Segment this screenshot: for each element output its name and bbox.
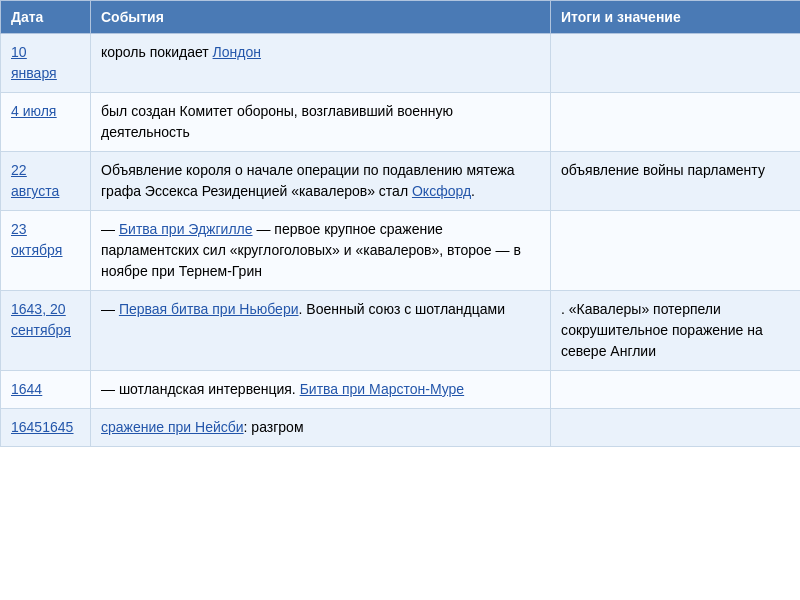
table-row: 1644— шотландская интервенция. Битва при…: [1, 371, 801, 409]
london-link[interactable]: Лондон: [213, 44, 261, 60]
events-cell: — шотландская интервенция. Битва при Мар…: [91, 371, 551, 409]
results-cell: . «Кавалеры» потерпели сокрушительное по…: [551, 291, 801, 371]
table-row: 10январякороль покидает Лондон: [1, 34, 801, 93]
events-cell: был создан Комитет обороны, возглавивший…: [91, 93, 551, 152]
table-row: 22августаОбъявление короля о начале опер…: [1, 152, 801, 211]
results-cell: [551, 409, 801, 447]
date-link[interactable]: 10января: [11, 44, 57, 81]
results-cell: объявление войны парламенту: [551, 152, 801, 211]
events-cell: — Битва при Эджгилле — первое крупное ср…: [91, 211, 551, 291]
date-cell: 1643, 20сентября: [1, 291, 91, 371]
edgehill-link[interactable]: Битва при Эджгилле: [119, 221, 253, 237]
events-cell: — Первая битва при Ньюбери. Военный союз…: [91, 291, 551, 371]
date-link[interactable]: 23октября: [11, 221, 62, 258]
naseby-link[interactable]: сражение при Нейсби: [101, 419, 244, 435]
header-date: Дата: [1, 1, 91, 34]
marston-link[interactable]: Битва при Марстон-Муре: [300, 381, 465, 397]
results-cell: [551, 211, 801, 291]
table-row: 16451645сражение при Нейсби: разгром: [1, 409, 801, 447]
newbury-link[interactable]: Первая битва при Ньюбери: [119, 301, 299, 317]
date-link[interactable]: 4 июля: [11, 103, 56, 119]
date-link[interactable]: 1644: [11, 381, 42, 397]
table-row: 4 июлябыл создан Комитет обороны, возгла…: [1, 93, 801, 152]
header-results: Итоги и значение: [551, 1, 801, 34]
table-row: 23октября— Битва при Эджгилле — первое к…: [1, 211, 801, 291]
date-cell: 23октября: [1, 211, 91, 291]
events-cell: Объявление короля о начале операции по п…: [91, 152, 551, 211]
date-cell: 22августа: [1, 152, 91, 211]
date-cell: 1644: [1, 371, 91, 409]
history-table: Дата События Итоги и значение 10январяко…: [0, 0, 800, 447]
date-link[interactable]: 22августа: [11, 162, 59, 199]
results-cell: [551, 371, 801, 409]
date-link[interactable]: , 20сентября: [11, 301, 71, 338]
oxford-link[interactable]: Оксфорд: [412, 183, 471, 199]
date-cell: 4 июля: [1, 93, 91, 152]
events-cell: король покидает Лондон: [91, 34, 551, 93]
table-row: 1643, 20сентября— Первая битва при Ньюбе…: [1, 291, 801, 371]
table-header-row: Дата События Итоги и значение: [1, 1, 801, 34]
events-cell: сражение при Нейсби: разгром: [91, 409, 551, 447]
date-cell: 10января: [1, 34, 91, 93]
results-cell: [551, 93, 801, 152]
header-events: События: [91, 1, 551, 34]
date-link[interactable]: 1645: [42, 419, 73, 435]
results-cell: [551, 34, 801, 93]
date-cell: 16451645: [1, 409, 91, 447]
